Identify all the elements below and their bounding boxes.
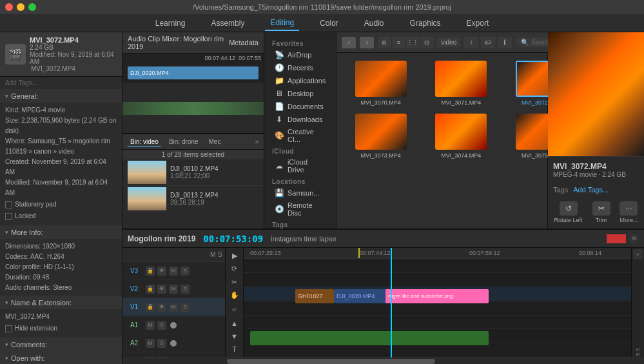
share-btn[interactable]: ↑: [464, 37, 478, 48]
name-ext-header[interactable]: Name & Extension:: [0, 296, 122, 309]
more-info-header[interactable]: More Info:: [0, 226, 122, 239]
sidebar-remote-disc[interactable]: 💿 Remote Disc: [267, 199, 333, 219]
a2-label[interactable]: A2: [125, 339, 143, 347]
finder-cell-1[interactable]: MVI_3070.MP4: [342, 58, 420, 108]
v2-vis[interactable]: 👁: [157, 285, 166, 294]
timeline-scrollbar[interactable]: [122, 358, 644, 364]
hand-tool[interactable]: ✋: [228, 290, 242, 301]
minimize-button[interactable]: [17, 3, 24, 11]
selected-clip[interactable]: DJI_0020.MP4: [128, 66, 259, 79]
sidebar-applications[interactable]: 📁 Applications: [267, 74, 333, 87]
nav-color[interactable]: Color: [315, 16, 344, 30]
bin-video-tab[interactable]: Bin: video: [128, 137, 161, 147]
bin-item-time-2: 39;16 28;19: [170, 199, 219, 206]
lane-a4: [244, 343, 631, 358]
v3-vis[interactable]: 👁: [157, 267, 166, 276]
v1-vis[interactable]: 👁: [157, 303, 166, 312]
sidebar-recents[interactable]: 🕐 Recents: [267, 61, 333, 74]
more-tabs-icon[interactable]: »: [255, 138, 259, 145]
back-button[interactable]: ‹: [342, 37, 356, 48]
a1-mute[interactable]: M: [146, 321, 155, 330]
time-ruler: 00:07:29:13 00:07:44:12 00:07:59:12 00:0…: [244, 248, 631, 259]
sidebar-samsung[interactable]: 💾 Samsun...: [267, 187, 333, 199]
scrollbar-thumb[interactable]: [227, 359, 436, 364]
sidebar-downloads[interactable]: ⬇ Downloads: [267, 113, 333, 126]
v2-mute[interactable]: M: [169, 285, 178, 294]
finder-thumb-4: [355, 114, 407, 150]
nav-export[interactable]: Export: [462, 16, 494, 30]
maximize-button[interactable]: [28, 3, 36, 11]
nav-audio[interactable]: Audio: [359, 16, 389, 30]
razor-tool[interactable]: ✂: [228, 277, 242, 288]
bin-mec-tab[interactable]: Mec: [206, 137, 224, 147]
gallery-view-btn[interactable]: ⊟: [420, 37, 433, 48]
a1-solo[interactable]: S: [157, 321, 166, 330]
settings-icon[interactable]: ⚙: [629, 234, 639, 244]
add-tags-link[interactable]: Add Tags...: [573, 186, 609, 194]
comments-header[interactable]: Comments:: [0, 338, 122, 351]
v2-solo[interactable]: S: [181, 285, 190, 294]
nav-assembly[interactable]: Assembly: [206, 16, 249, 30]
v2-label[interactable]: V2: [125, 285, 143, 292]
v3-lock[interactable]: 🔒: [146, 267, 155, 276]
sidebar-documents[interactable]: 📄 Documents: [267, 100, 333, 113]
downloads-icon: ⬇: [275, 115, 284, 124]
finder-name-4: MVI_3073.MP4: [361, 152, 401, 159]
playhead[interactable]: [391, 248, 392, 358]
ripple-tool[interactable]: ⟳: [228, 263, 242, 274]
zoom-tool[interactable]: ⌕: [228, 303, 242, 314]
bin-item-2[interactable]: DJI_0013 2.MP4 39;16 28;19: [122, 186, 264, 212]
track-v1: V1 🔒 👁 M S: [122, 298, 225, 316]
finder-cell-5[interactable]: MVI_3074.MP4: [422, 111, 500, 161]
v1-label[interactable]: V1: [125, 303, 143, 310]
a2-solo[interactable]: S: [157, 339, 166, 348]
close-button[interactable]: [5, 3, 13, 11]
bin-thumb-2: [128, 187, 166, 210]
v1-lock[interactable]: 🔒: [146, 303, 155, 312]
sidebar-airdrop[interactable]: 📡 AirDrop: [267, 48, 333, 61]
bin-item-1[interactable]: DJI_0010 2.MP4 1;08;21 22;00: [122, 159, 264, 186]
a2-mute[interactable]: M: [146, 339, 155, 348]
window-controls: [5, 3, 36, 11]
select-tool[interactable]: ▶: [228, 250, 242, 261]
general-section-header[interactable]: General:: [0, 90, 122, 103]
nav-editing[interactable]: Editing: [265, 15, 299, 31]
finder-sidebar: Favorites 📡 AirDrop 🕐 Recents 📁 Applicat…: [264, 32, 337, 228]
rotate-left-btn[interactable]: ↺ Rotate Left: [554, 201, 582, 223]
v1-solo[interactable]: S: [181, 303, 190, 312]
trim-btn[interactable]: ✂ Trim: [592, 201, 610, 223]
metadata-tab[interactable]: Metadata: [229, 39, 259, 46]
nav-learning[interactable]: Learning: [150, 16, 191, 30]
sequence-name: Mogollon rim 2019: [128, 234, 195, 243]
column-view-btn[interactable]: ⋮⋮: [406, 37, 419, 48]
nudge-up[interactable]: ▲: [228, 318, 242, 329]
v3-mute[interactable]: M: [169, 267, 178, 276]
sidebar-desktop[interactable]: 🖥 Desktop: [267, 87, 333, 100]
time-marker-4: 00:08:14: [579, 250, 601, 256]
tag-btn[interactable]: 🏷: [481, 37, 495, 48]
more-btn[interactable]: ··· More...: [620, 201, 638, 223]
sidebar-creative-ci[interactable]: 🎨 Creative CI...: [267, 126, 333, 145]
icon-view-btn[interactable]: ⊞: [378, 37, 391, 48]
a1-label[interactable]: A1: [125, 321, 143, 329]
v1-mute[interactable]: M: [169, 303, 178, 312]
sidebar-icloud-drive[interactable]: ☁ iCloud Drive: [267, 156, 333, 176]
list-view-btn[interactable]: ≡: [392, 37, 405, 48]
v3-solo[interactable]: S: [181, 267, 190, 276]
nudge-down[interactable]: ▼: [228, 331, 242, 342]
timeline-end-controls: + S S: [631, 248, 644, 358]
bin-item-name-2: DJI_0013 2.MP4: [170, 192, 219, 199]
finder-cell-2[interactable]: MVI_3071.MP4: [422, 58, 500, 108]
v3-label[interactable]: V3: [125, 267, 143, 274]
open-with-header[interactable]: Open with:: [0, 352, 122, 364]
info-btn[interactable]: ℹ: [498, 37, 512, 48]
add-track-btn[interactable]: +: [633, 249, 643, 259]
v2-lock[interactable]: 🔒: [146, 285, 155, 294]
add-tags-field[interactable]: Add Tags...: [0, 77, 122, 90]
finder-cell-4[interactable]: MVI_3073.MP4: [342, 111, 420, 161]
forward-button[interactable]: ›: [360, 37, 374, 48]
bin-drone-tab[interactable]: Bin: drone: [166, 137, 201, 147]
lane-a2: [244, 316, 631, 330]
type-tool[interactable]: T: [228, 344, 242, 355]
nav-graphics[interactable]: Graphics: [405, 16, 446, 30]
